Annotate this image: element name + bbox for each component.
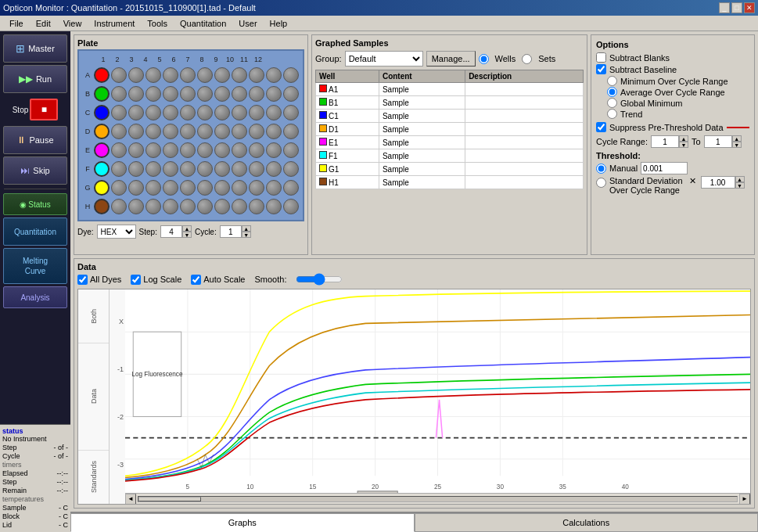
sidebar-item-pause[interactable]: ⏸ Pause [3, 126, 67, 154]
well-A4[interactable] [145, 67, 161, 83]
well-D7[interactable] [197, 124, 213, 139]
smooth-slider[interactable] [296, 273, 343, 286]
suppress-checkbox[interactable] [596, 122, 606, 132]
well-H6[interactable] [180, 199, 196, 214]
well-B6[interactable] [180, 86, 196, 102]
well-F2[interactable] [111, 161, 127, 177]
sidebar-item-status[interactable]: ◉ Status [3, 193, 67, 215]
well-A12[interactable] [283, 67, 299, 83]
well-E8[interactable] [214, 142, 230, 158]
table-row[interactable]: H1Sample [316, 176, 584, 189]
menu-item-file[interactable]: File [3, 17, 30, 30]
well-C6[interactable] [180, 105, 196, 120]
menu-item-edit[interactable]: Edit [30, 17, 57, 30]
well-E12[interactable] [283, 142, 299, 158]
well-G12[interactable] [283, 180, 299, 196]
table-row[interactable]: G1Sample [316, 163, 584, 176]
well-H12[interactable] [283, 199, 299, 214]
well-C12[interactable] [283, 105, 299, 120]
well-F5[interactable] [163, 161, 178, 177]
cycle-to-up[interactable]: ▲ [732, 135, 742, 142]
table-row[interactable]: E1Sample [316, 136, 584, 149]
well-H4[interactable] [145, 199, 161, 214]
well-B4[interactable] [145, 86, 161, 102]
step-down-button[interactable]: ▼ [182, 232, 192, 238]
sidebar-item-stop[interactable]: Stop ■ [3, 95, 67, 124]
well-D3[interactable] [128, 124, 144, 139]
well-H7[interactable] [197, 199, 213, 214]
well-D4[interactable] [145, 124, 161, 139]
well-B10[interactable] [249, 86, 264, 102]
table-row[interactable]: B1Sample [316, 96, 584, 110]
well-A1[interactable] [94, 67, 110, 83]
well-H9[interactable] [232, 199, 247, 214]
well-G8[interactable] [214, 180, 230, 196]
threshold-value-input[interactable] [641, 162, 688, 174]
cycle-spinner[interactable]: 1 ▲ ▼ [220, 225, 251, 238]
avg-cycle-radio[interactable] [607, 87, 617, 97]
log-scale-checkbox[interactable] [131, 275, 141, 285]
cycle-up-button[interactable]: ▲ [242, 225, 251, 232]
sets-radio[interactable] [522, 54, 532, 64]
scrollbar-thumb[interactable] [138, 497, 201, 501]
subtract-baseline-checkbox[interactable] [596, 64, 606, 74]
well-E2[interactable] [111, 142, 127, 158]
trend-radio[interactable] [607, 109, 617, 119]
group-select[interactable]: Default [345, 51, 423, 66]
well-C3[interactable] [128, 105, 144, 120]
well-C4[interactable] [145, 105, 161, 120]
well-F12[interactable] [283, 161, 299, 177]
well-A11[interactable] [266, 67, 282, 83]
cycle-range-to-input[interactable] [704, 135, 732, 148]
manage-button[interactable]: Manage... [426, 51, 476, 66]
well-E10[interactable] [249, 142, 264, 158]
well-B5[interactable] [163, 86, 178, 102]
well-A8[interactable] [214, 67, 230, 83]
tab-calculations[interactable]: Calculations [415, 513, 759, 532]
well-B3[interactable] [128, 86, 144, 102]
well-D11[interactable] [266, 124, 282, 139]
well-H3[interactable] [128, 199, 144, 214]
well-D10[interactable] [249, 124, 264, 139]
manual-threshold-radio[interactable] [596, 164, 606, 174]
menu-item-instrument[interactable]: Instrument [88, 17, 141, 30]
well-B7[interactable] [197, 86, 213, 102]
well-B12[interactable] [283, 86, 299, 102]
well-G5[interactable] [163, 180, 178, 196]
well-G3[interactable] [128, 180, 144, 196]
well-G10[interactable] [249, 180, 264, 196]
well-G7[interactable] [197, 180, 213, 196]
well-H8[interactable] [214, 199, 230, 214]
menu-item-view[interactable]: View [57, 17, 88, 30]
well-E5[interactable] [163, 142, 178, 158]
cycle-from-up[interactable]: ▲ [679, 135, 688, 142]
table-row[interactable]: A1Sample [316, 83, 584, 96]
well-E9[interactable] [232, 142, 247, 158]
well-E4[interactable] [145, 142, 161, 158]
std-dev-down[interactable]: ▼ [735, 182, 745, 189]
well-F3[interactable] [128, 161, 144, 177]
well-F11[interactable] [266, 161, 282, 177]
well-F10[interactable] [249, 161, 264, 177]
well-C8[interactable] [214, 105, 230, 120]
sidebar-item-analysis[interactable]: Analysis [3, 286, 67, 308]
well-C11[interactable] [266, 105, 282, 120]
well-E7[interactable] [197, 142, 213, 158]
table-row[interactable]: D1Sample [316, 123, 584, 136]
menu-item-user[interactable]: User [232, 17, 263, 30]
well-C9[interactable] [232, 105, 247, 120]
well-G9[interactable] [232, 180, 247, 196]
well-D8[interactable] [214, 124, 230, 139]
step-spinner[interactable]: 4 ▲ ▼ [160, 225, 192, 238]
cycle-from-down[interactable]: ▼ [679, 142, 688, 148]
well-C7[interactable] [197, 105, 213, 120]
well-H11[interactable] [266, 199, 282, 214]
close-button[interactable]: ✕ [744, 2, 755, 13]
well-E3[interactable] [128, 142, 144, 158]
well-D2[interactable] [111, 124, 127, 139]
well-D1[interactable] [94, 124, 110, 139]
all-dyes-control[interactable]: All Dyes [77, 275, 121, 285]
sidebar-item-melting-curve[interactable]: MeltingCurve [3, 248, 67, 284]
well-C2[interactable] [111, 105, 127, 120]
sidebar-item-skip[interactable]: ⏭ Skip [3, 156, 67, 185]
